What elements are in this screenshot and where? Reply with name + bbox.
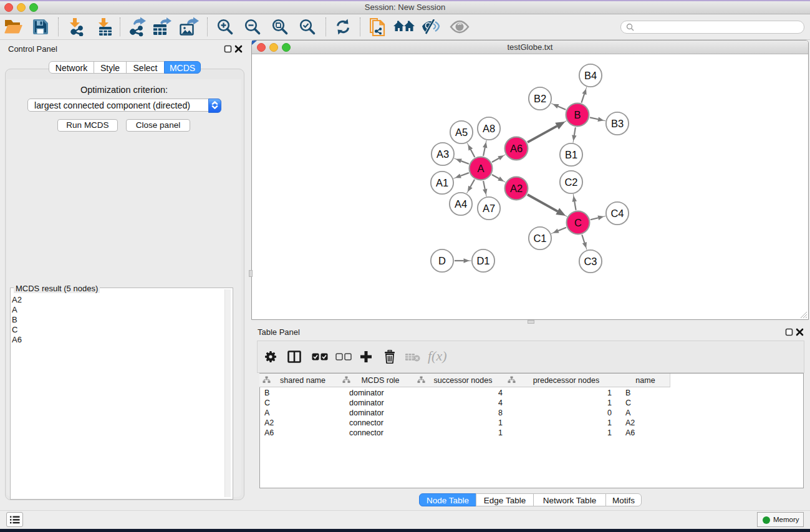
svg-text:A: A: [477, 163, 484, 174]
svg-text:A3: A3: [436, 148, 449, 160]
svg-text:A8: A8: [483, 123, 495, 134]
svg-text:A7: A7: [483, 203, 495, 214]
svg-text:A4: A4: [455, 198, 467, 210]
svg-text:B2: B2: [534, 93, 546, 104]
svg-text:C: C: [574, 217, 582, 228]
svg-text:C3: C3: [584, 256, 597, 267]
svg-text:A1: A1: [436, 177, 448, 188]
svg-text:A5: A5: [455, 127, 468, 138]
svg-text:A6: A6: [510, 143, 523, 154]
svg-text:C2: C2: [564, 177, 577, 188]
svg-text:B: B: [574, 109, 581, 120]
svg-text:B1: B1: [565, 149, 577, 160]
svg-text:A2: A2: [510, 183, 523, 194]
svg-text:D: D: [438, 255, 446, 266]
svg-text:B4: B4: [584, 70, 597, 81]
svg-text:D1: D1: [476, 255, 489, 266]
svg-text:B3: B3: [611, 118, 624, 129]
svg-text:C4: C4: [610, 208, 624, 219]
svg-text:C1: C1: [533, 233, 546, 244]
